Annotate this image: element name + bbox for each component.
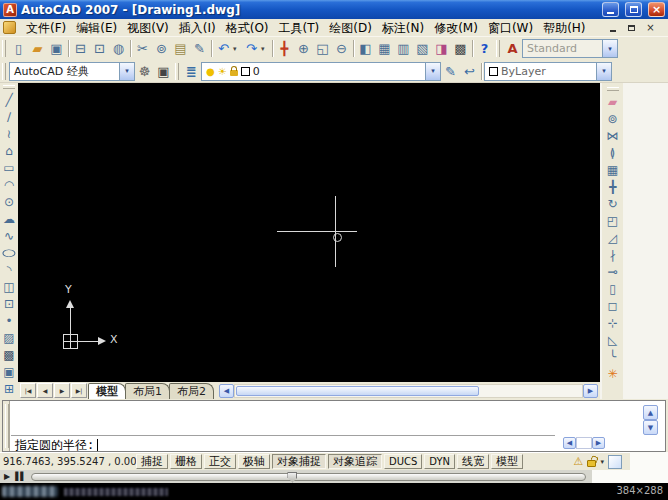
toolbar-grip[interactable] — [2, 63, 6, 80]
properties-button[interactable]: ◧ — [356, 39, 375, 58]
horizontal-scrollbar[interactable]: ◀ ▶ — [219, 383, 598, 398]
layer-freeze-sun-icon[interactable]: ☀ — [218, 66, 227, 77]
plot-button[interactable]: ⊟ — [71, 39, 90, 58]
minimize-button[interactable] — [602, 2, 619, 17]
layer-on-bulb-icon[interactable]: ● — [206, 66, 215, 77]
zoom-window-button[interactable]: ◱ — [313, 39, 332, 58]
scroll-down-icon[interactable]: ▼ — [643, 420, 658, 435]
rectangle-button[interactable]: ▭ — [1, 159, 18, 176]
match-properties-button[interactable]: ✎ — [190, 39, 209, 58]
play-button[interactable]: ▶ — [4, 473, 9, 481]
menu-draw[interactable]: 绘图(D) — [324, 20, 377, 36]
make-object-layer-current-button[interactable]: ✎ — [441, 62, 460, 81]
mdi-restore-button[interactable] — [624, 21, 639, 34]
revision-cloud-button[interactable]: ☁ — [1, 210, 18, 227]
publish-button[interactable]: ◍ — [109, 39, 128, 58]
grid-toggle[interactable]: 栅格 — [170, 454, 202, 469]
player-progress-bar[interactable] — [31, 473, 586, 481]
point-button[interactable]: • — [1, 312, 18, 329]
coordinates-readout[interactable]: 916.7463, 395.5247 , 0.0000 — [3, 456, 136, 467]
menu-help[interactable]: 帮助(H) — [538, 20, 590, 36]
polar-toggle[interactable]: 极轴 — [238, 454, 270, 469]
polygon-button[interactable]: ⌂ — [1, 142, 18, 159]
redo-button[interactable]: ↷ — [242, 39, 261, 58]
hatch-button[interactable]: ▨ — [1, 329, 18, 346]
chevron-down-icon[interactable]: ▾ — [602, 40, 617, 57]
mirror-button[interactable]: ⋈ — [604, 127, 621, 144]
mdi-close-button[interactable]: × — [643, 21, 658, 34]
break-button[interactable]: ◻ — [604, 297, 621, 314]
menu-view[interactable]: 视图(V) — [122, 20, 174, 36]
text-style-icon[interactable]: A — [503, 39, 522, 58]
zoom-realtime-button[interactable]: ⊕ — [294, 39, 313, 58]
annotation-scale-icon[interactable]: ⚠ — [574, 455, 584, 468]
make-block-button[interactable]: ⊡ — [1, 295, 18, 312]
model-paper-toggle[interactable]: 模型 — [491, 454, 523, 469]
pause-button[interactable]: ▌▌ — [15, 473, 25, 481]
snap-toggle[interactable]: 捕捉 — [136, 454, 168, 469]
unlock-icon[interactable] — [587, 460, 596, 467]
move-button[interactable]: ╋ — [604, 178, 621, 195]
lineweight-toggle[interactable]: 线宽 — [457, 454, 489, 469]
pan-button[interactable]: ╋ — [275, 39, 294, 58]
toolbar-grip[interactable] — [175, 63, 179, 80]
array-button[interactable]: ▦ — [604, 161, 621, 178]
break-at-point-button[interactable]: ▯ — [604, 280, 621, 297]
tab-nav-last-button[interactable]: ▶| — [71, 383, 87, 398]
layer-combobox[interactable]: ● ☀ 0 ▾ — [201, 62, 441, 81]
ellipse-arc-button[interactable]: ◝ — [1, 261, 18, 278]
menu-window[interactable]: 窗口(W) — [483, 20, 538, 36]
chevron-down-icon[interactable]: ▾ — [119, 63, 134, 80]
zoom-previous-button[interactable]: ⊖ — [332, 39, 351, 58]
plot-preview-button[interactable]: ⊡ — [90, 39, 109, 58]
paste-button[interactable]: ▤ — [171, 39, 190, 58]
layer-properties-manager-button[interactable]: ≣ — [182, 62, 201, 81]
command-text-area[interactable]: 指定正多边形的中心点或 [边(E)]: 输入选项 [内接于圆(I)/外切于圆(C… — [2, 400, 666, 452]
sheet-set-manager-button[interactable]: ▧ — [413, 39, 432, 58]
tab-layout2[interactable]: 布局2 — [169, 383, 214, 399]
command-input[interactable]: 指定圆的半径: — [11, 435, 555, 450]
menu-file[interactable]: 文件(F) — [21, 20, 71, 36]
explode-button[interactable]: ✳ — [604, 365, 621, 382]
tab-model[interactable]: 模型 — [88, 383, 126, 399]
command-window-grip[interactable] — [3, 401, 10, 451]
erase-button[interactable]: ▰ — [604, 93, 621, 110]
toolbar-grip[interactable] — [607, 87, 619, 91]
region-button[interactable]: ▣ — [1, 363, 18, 380]
osnap-toggle[interactable]: 对象捕捉 — [272, 454, 326, 469]
cut-button[interactable]: ✂ — [133, 39, 152, 58]
redo-dropdown-arrow[interactable]: ▾ — [261, 45, 270, 53]
tab-nav-first-button[interactable]: |◀ — [20, 383, 36, 398]
join-button[interactable]: ⊹ — [604, 314, 621, 331]
scrollbar-thumb[interactable] — [236, 386, 479, 396]
my-workspace-button[interactable]: ▣ — [154, 62, 173, 81]
player-progress-thumb[interactable] — [287, 472, 297, 483]
tab-layout1[interactable]: 布局1 — [125, 383, 170, 399]
ortho-toggle[interactable]: 正交 — [204, 454, 236, 469]
restore-button[interactable] — [625, 2, 642, 17]
dyn-toggle[interactable]: DYN — [424, 454, 455, 469]
layer-lock-icon[interactable] — [230, 70, 238, 76]
tab-nav-prev-button[interactable]: ◀ — [37, 383, 53, 398]
ducs-toggle[interactable]: DUCS — [384, 454, 422, 469]
spline-button[interactable]: ∿ — [1, 227, 18, 244]
tool-palettes-button[interactable]: ▥ — [394, 39, 413, 58]
scroll-left-icon[interactable]: ◀ — [563, 437, 576, 449]
undo-button[interactable]: ↶ — [214, 39, 233, 58]
tab-nav-next-button[interactable]: ▶ — [54, 383, 70, 398]
scroll-left-icon[interactable]: ◀ — [219, 384, 234, 398]
save-button[interactable]: ▣ — [47, 39, 66, 58]
polyline-button[interactable]: ≀ — [1, 125, 18, 142]
gradient-button[interactable]: ▩ — [1, 346, 18, 363]
markup-set-manager-button[interactable]: ◨ — [432, 39, 451, 58]
toolbar-grip[interactable] — [496, 40, 500, 57]
toolbar-grip[interactable] — [2, 40, 6, 57]
menu-edit[interactable]: 编辑(E) — [71, 20, 122, 36]
clean-screen-button[interactable] — [608, 455, 622, 469]
toolbar-grip[interactable] — [3, 85, 15, 89]
help-button[interactable]: ? — [475, 39, 494, 58]
command-scrollbar[interactable]: ▲ ▼ — [643, 405, 658, 435]
close-button[interactable]: × — [648, 2, 665, 17]
layer-previous-button[interactable]: ↩ — [460, 62, 479, 81]
line-button[interactable]: ╱ — [1, 91, 18, 108]
